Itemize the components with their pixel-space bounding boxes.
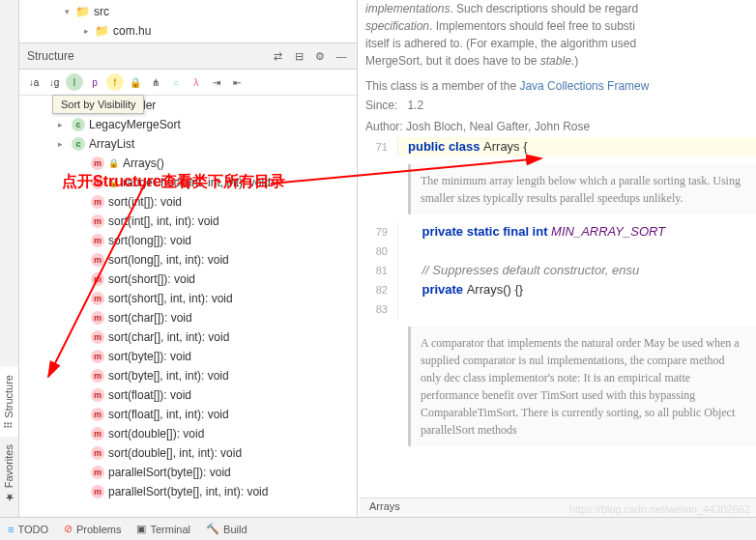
tool-terminal[interactable]: ▣Terminal [136, 523, 190, 535]
build-icon: 🔨 [206, 523, 219, 535]
tool-build[interactable]: 🔨Build [206, 523, 247, 535]
structure-item-label: sort(byte[]): void [108, 350, 191, 363]
show-lambda-icon[interactable]: λ [188, 73, 205, 91]
line-number: 83 [358, 299, 398, 319]
show-fields-icon[interactable]: f [106, 73, 124, 91]
method-icon: m [91, 311, 104, 325]
structure-item-label: sort(byte[], int, int): void [108, 369, 229, 383]
structure-item[interactable]: m🔒rangeCheck(int, int, int): void [19, 173, 357, 192]
javadoc-author: Author: Josh Bloch, Neal Gafter, John Ro… [358, 116, 756, 137]
collapse-icon[interactable]: ⊟ [291, 48, 306, 64]
method-icon: m [91, 350, 104, 363]
method-icon: m [91, 408, 104, 421]
structure-item[interactable]: msort(float[]): void [19, 385, 357, 405]
gear-icon[interactable]: ⚙ [312, 48, 328, 64]
structure-item[interactable]: msort(int[], int, int): void [19, 212, 357, 231]
method-icon: m [91, 176, 104, 189]
method-icon: m [91, 388, 104, 402]
structure-item[interactable]: msort(byte[], int, int): void [19, 366, 357, 385]
method-icon: m [91, 253, 104, 267]
line-number: 81 [358, 261, 398, 280]
structure-item[interactable]: msort(float[], int, int): void [19, 405, 357, 424]
structure-item[interactable]: msort(char[]): void [19, 308, 357, 327]
structure-item[interactable]: msort(short[], int, int): void [19, 289, 357, 308]
structure-item-label: parallelSort(byte[], int, int): void [108, 485, 268, 498]
structure-item-label: ArrayList [89, 137, 134, 151]
structure-item-label: sort(double[], int, int): void [108, 446, 242, 460]
structure-item[interactable]: ▸cLegacyMergeSort [19, 115, 357, 134]
autoscroll-source-icon[interactable]: ⇥ [208, 73, 225, 91]
structure-item-label: Arrays() [123, 156, 164, 170]
line-number: 79 [358, 222, 398, 242]
lock-icon: 🔒 [108, 158, 119, 168]
show-interfaces-icon[interactable]: I [66, 73, 83, 91]
left-panel: ▾ 📁 src ▸ 📁 com.hu Structure ⇄ ⊟ ⚙ — ↓a … [19, 0, 358, 540]
folder-icon: 📁 [95, 24, 109, 38]
problems-icon: ⊘ [64, 523, 73, 535]
method-icon: m [91, 234, 104, 247]
show-anonymous-icon[interactable]: ○ [167, 73, 185, 91]
structure-item[interactable]: ▸cArrayList [19, 134, 357, 154]
structure-item[interactable]: mparallelSort(byte[]): void [19, 463, 357, 482]
structure-item[interactable]: m🔒Arrays() [19, 154, 357, 173]
structure-item[interactable]: msort(long[]): void [19, 231, 357, 250]
link-collections[interactable]: Java Collections Framew [519, 79, 649, 93]
javadoc-since: Since: 1.2 [358, 95, 756, 116]
line-number: 80 [358, 242, 398, 261]
structure-item-label: sort(int[]): void [108, 195, 182, 209]
line-number: 71 [358, 137, 398, 156]
watermark: https://blog.csdn.net/weixin_44302662 [569, 503, 750, 515]
tool-todo[interactable]: ≡TODO [8, 524, 48, 535]
method-icon: m [91, 330, 104, 344]
show-nonpublic-icon[interactable]: 🔒 [127, 73, 144, 91]
show-properties-icon[interactable]: p [86, 73, 103, 91]
structure-item[interactable]: msort(int[]): void [19, 192, 357, 212]
structure-item[interactable]: msort(byte[]): void [19, 347, 357, 366]
hide-icon[interactable]: — [334, 48, 349, 64]
structure-item[interactable]: msort(double[], int, int): void [19, 443, 357, 463]
star-icon: ★ [3, 491, 15, 503]
structure-item[interactable]: msort(short[]): void [19, 270, 357, 289]
structure-item-label: sort(float[], int, int): void [108, 408, 229, 421]
sort-visibility-icon[interactable]: ↓g [45, 73, 63, 91]
structure-title: Structure [27, 49, 74, 63]
structure-item-label: sort(long[], int, int): void [108, 253, 229, 267]
lock-icon: 🔒 [108, 178, 119, 187]
autoscroll-from-icon[interactable]: ⇤ [228, 73, 246, 91]
structure-item-label: sort(short[]): void [108, 272, 195, 286]
tooltip: Sort by Visibility [52, 95, 144, 114]
terminal-icon: ▣ [136, 523, 146, 535]
structure-item[interactable]: msort(long[], int, int): void [19, 250, 357, 270]
javadoc-block: The minimum array length below which a p… [408, 164, 756, 214]
structure-item[interactable]: msort(char[], int, int): void [19, 327, 357, 347]
method-icon: m [91, 195, 104, 209]
tree-folder-src[interactable]: ▾ 📁 src [23, 2, 353, 21]
show-inherited-icon[interactable]: ⋔ [147, 73, 164, 91]
method-icon: m [91, 427, 104, 441]
method-icon: m [91, 272, 104, 286]
code-editor[interactable]: 71 public class Arrays { The minimum arr… [358, 137, 756, 540]
method-icon: m [91, 214, 104, 228]
sort-alpha-icon[interactable]: ↓a [25, 73, 43, 91]
tool-problems[interactable]: ⊘Problems [64, 523, 121, 535]
expand-icon: ▸ [58, 120, 68, 129]
expand-icon: ▸ [81, 26, 91, 36]
structure-header: Structure ⇄ ⊟ ⚙ — [19, 43, 357, 70]
structure-item-label: sort(char[]): void [108, 311, 192, 325]
structure-list[interactable]: ▸cNaturalOrder▸cLegacyMergeSort▸cArrayLi… [19, 96, 357, 540]
project-tree: ▾ 📁 src ▸ 📁 com.hu [19, 0, 357, 43]
dots-icon: ⠿ [3, 421, 15, 429]
expand-icon: ▾ [62, 7, 72, 16]
structure-item-label: sort(float[]): void [108, 388, 191, 402]
structure-item-label: LegacyMergeSort [89, 118, 181, 131]
class-icon: c [72, 118, 85, 131]
method-icon: m [91, 156, 104, 170]
filter-icon[interactable]: ⇄ [270, 48, 285, 64]
side-tab-favorites[interactable]: ★ Favorites [0, 437, 18, 511]
structure-item[interactable]: msort(double[]): void [19, 424, 357, 443]
folder-icon: 📁 [75, 5, 90, 18]
tree-folder-comhu[interactable]: ▸ 📁 com.hu [23, 21, 353, 41]
editor-panel: implementations. Such descriptions shoul… [358, 0, 756, 540]
side-tab-structure[interactable]: ⠿ Structure [0, 367, 18, 437]
structure-item[interactable]: mparallelSort(byte[], int, int): void [19, 482, 357, 501]
